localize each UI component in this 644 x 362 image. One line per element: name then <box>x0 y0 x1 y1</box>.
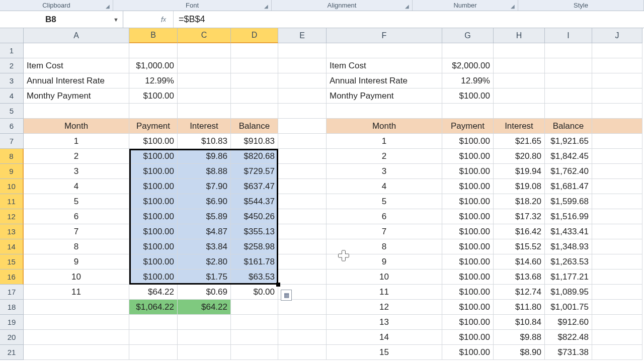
cell[interactable]: $8.88 <box>178 164 231 179</box>
cell[interactable]: 12.99% <box>442 73 494 88</box>
col-header-D[interactable]: D <box>231 28 278 43</box>
cell[interactable] <box>494 73 545 88</box>
dialog-launcher-icon[interactable]: ◢ <box>264 4 270 10</box>
chevron-down-icon[interactable]: ▼ <box>113 17 119 23</box>
cell[interactable]: $100.00 <box>129 88 178 104</box>
cell[interactable]: 2 <box>24 149 129 164</box>
cell[interactable] <box>278 330 327 345</box>
cell[interactable]: 13 <box>327 315 442 330</box>
cell[interactable]: $1,433.41 <box>545 224 592 239</box>
cell[interactable]: $100.00 <box>129 209 178 224</box>
cell[interactable]: $637.47 <box>231 179 278 194</box>
cell[interactable] <box>231 104 278 119</box>
cell[interactable]: 6 <box>327 209 442 224</box>
cell[interactable]: $1,263.53 <box>545 254 592 269</box>
cell[interactable] <box>178 315 231 330</box>
cell[interactable]: $14.60 <box>494 254 545 269</box>
cell[interactable] <box>278 88 327 104</box>
cell[interactable]: $100.00 <box>129 254 178 269</box>
col-header-F[interactable]: F <box>327 28 442 43</box>
cell[interactable]: $1,001.75 <box>545 300 592 315</box>
cell[interactable]: $11.80 <box>494 300 545 315</box>
dialog-launcher-icon[interactable]: ◢ <box>405 4 411 10</box>
cell[interactable] <box>129 330 178 345</box>
cell[interactable] <box>592 300 642 315</box>
row-header-14[interactable]: 14 <box>0 239 24 254</box>
cell[interactable]: $100.00 <box>442 300 494 315</box>
cell[interactable] <box>278 119 327 134</box>
cell[interactable]: $0.69 <box>178 285 231 300</box>
row-header-20[interactable]: 20 <box>0 330 24 345</box>
row-header-21[interactable]: 21 <box>0 345 24 360</box>
cell[interactable] <box>278 43 327 58</box>
row-header-10[interactable]: 10 <box>0 179 24 194</box>
cell[interactable]: $7.90 <box>178 179 231 194</box>
col-header-G[interactable]: G <box>442 28 494 43</box>
autofill-options-button[interactable]: ▦ <box>281 290 292 301</box>
cell[interactable]: $100.00 <box>129 224 178 239</box>
col-header-I[interactable]: I <box>545 28 592 43</box>
cell[interactable] <box>592 209 642 224</box>
cell[interactable] <box>178 104 231 119</box>
col-header-B[interactable]: B <box>129 28 178 43</box>
cell[interactable]: $21.65 <box>494 134 545 149</box>
cell[interactable]: $100.00 <box>129 269 178 285</box>
cell[interactable]: 15 <box>327 345 442 360</box>
cell[interactable] <box>592 164 642 179</box>
cell[interactable] <box>545 73 592 88</box>
cell[interactable] <box>327 43 442 58</box>
cell[interactable]: Monthy Payment <box>327 88 442 104</box>
cell[interactable] <box>592 73 642 88</box>
cell[interactable]: 8 <box>24 239 129 254</box>
cell[interactable] <box>278 209 327 224</box>
cell[interactable]: $1,000.00 <box>129 58 178 73</box>
cell[interactable] <box>442 43 494 58</box>
cell[interactable] <box>327 104 442 119</box>
select-all-corner[interactable] <box>0 28 24 43</box>
cell[interactable]: 12.99% <box>129 73 178 88</box>
row-header-5[interactable]: 5 <box>0 104 24 119</box>
cell[interactable] <box>545 88 592 104</box>
cell[interactable] <box>592 104 642 119</box>
cell[interactable]: $15.52 <box>494 239 545 254</box>
cell[interactable] <box>24 315 129 330</box>
cell[interactable] <box>278 179 327 194</box>
cell[interactable] <box>592 134 642 149</box>
cell[interactable]: $12.74 <box>494 285 545 300</box>
cell[interactable] <box>442 104 494 119</box>
cell[interactable]: $3.84 <box>178 239 231 254</box>
cell[interactable] <box>278 194 327 209</box>
cell[interactable] <box>592 179 642 194</box>
cell[interactable] <box>592 315 642 330</box>
row-header-15[interactable]: 15 <box>0 254 24 269</box>
cell[interactable] <box>592 58 642 73</box>
cell[interactable] <box>278 269 327 285</box>
col-header-J[interactable]: J <box>592 28 642 43</box>
cell[interactable]: $100.00 <box>442 164 494 179</box>
formula-input[interactable]: =$B$4 <box>174 14 644 25</box>
col-header-E[interactable]: E <box>278 28 327 43</box>
cell[interactable]: $1,681.47 <box>545 179 592 194</box>
cell[interactable] <box>592 194 642 209</box>
cell[interactable] <box>129 345 178 360</box>
cell[interactable] <box>592 119 642 134</box>
cell[interactable]: Balance <box>231 119 278 134</box>
cell[interactable]: 11 <box>327 285 442 300</box>
cell[interactable] <box>592 224 642 239</box>
row-header-3[interactable]: 3 <box>0 73 24 88</box>
cell[interactable]: Month <box>24 119 129 134</box>
cell[interactable]: 10 <box>24 269 129 285</box>
cell[interactable]: 5 <box>327 194 442 209</box>
cell[interactable] <box>592 43 642 58</box>
cell[interactable]: $100.00 <box>129 164 178 179</box>
cell[interactable]: 6 <box>24 209 129 224</box>
cell[interactable] <box>178 43 231 58</box>
cell[interactable] <box>231 300 278 315</box>
cell[interactable]: $100.00 <box>442 88 494 104</box>
spreadsheet-grid[interactable]: ABCDEFGHIJ 12345678910111213141516171819… <box>0 28 644 362</box>
cell[interactable] <box>592 345 642 360</box>
cell[interactable] <box>129 315 178 330</box>
cell[interactable] <box>178 73 231 88</box>
cell[interactable] <box>545 58 592 73</box>
cell[interactable]: Annual Interest Rate <box>24 73 129 88</box>
